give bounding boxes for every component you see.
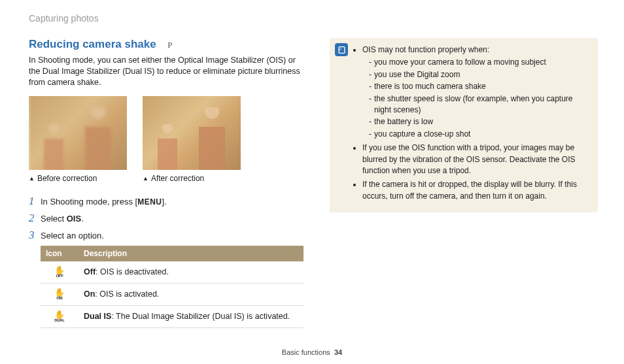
two-column-layout: Reducing camera shake P In Shooting mode… xyxy=(29,38,598,328)
note-subitem: you move your camera to follow a moving … xyxy=(369,57,590,68)
th-icon: Icon xyxy=(41,246,78,261)
before-block: ▲Before correction xyxy=(29,96,127,183)
step-text: In Shooting mode, press [MENU]. xyxy=(41,197,167,207)
ois-off-icon: ✋OFF xyxy=(41,261,78,284)
menu-button-label: MENU xyxy=(137,197,162,207)
after-caption-text: After correction xyxy=(151,174,204,183)
heading-row: Reducing camera shake P xyxy=(29,38,303,51)
triangle-icon: ▲ xyxy=(29,175,35,182)
before-caption: ▲Before correction xyxy=(29,174,127,183)
note-subitem: you capture a close-up shot xyxy=(369,129,590,140)
step-2: 2 Select OIS. xyxy=(29,212,303,225)
table-row: ✋DUAL Dual IS: The Dual Image Stabilizer… xyxy=(41,305,303,327)
row-description: On: OIS is activated. xyxy=(78,283,303,305)
row-description: Off: OIS is deactivated. xyxy=(78,261,303,284)
steps-list: 1 In Shooting mode, press [MENU]. 2 Sele… xyxy=(29,195,303,242)
triangle-icon: ▲ xyxy=(143,175,148,182)
step-3: 3 Select an option. xyxy=(29,229,303,242)
after-correction-image xyxy=(143,96,241,170)
step-number: 1 xyxy=(29,195,41,208)
step-text: Select OIS. xyxy=(41,214,84,223)
manual-page: Capturing photos Reducing camera shake P… xyxy=(0,0,624,364)
footer-section: Basic functions xyxy=(282,348,330,356)
page-number: 34 xyxy=(334,348,342,356)
row-description: Dual IS: The Dual Image Stabilizer (Dual… xyxy=(78,305,303,327)
note-subitem: the shutter speed is slow (for example, … xyxy=(369,93,590,116)
note-item: OIS may not function properly when: you … xyxy=(362,44,590,140)
step-number: 3 xyxy=(29,229,41,242)
table-row: ✋OFF Off: OIS is deactivated. xyxy=(41,261,303,284)
step-text: Select an option. xyxy=(41,231,104,240)
intro-text: In Shooting mode, you can set either the… xyxy=(29,55,303,88)
before-caption-text: Before correction xyxy=(37,174,97,183)
note-subitem: the battery is low xyxy=(369,116,590,127)
note-box: OIS may not function properly when: you … xyxy=(330,38,598,212)
after-caption: ▲After correction xyxy=(143,174,241,183)
example-images-row: ▲Before correction ▲After correction xyxy=(29,96,303,183)
section-heading: Reducing camera shake xyxy=(29,38,156,50)
note-item: If the camera is hit or dropped, the dis… xyxy=(362,179,590,202)
after-block: ▲After correction xyxy=(143,96,241,183)
note-list: OIS may not function properly when: you … xyxy=(355,44,590,202)
left-column: Reducing camera shake P In Shooting mode… xyxy=(29,38,303,328)
note-subitem: there is too much camera shake xyxy=(369,81,590,92)
breadcrumb: Capturing photos xyxy=(29,13,598,24)
table-row: ✋OIS On: OIS is activated. xyxy=(41,283,303,305)
note-icon xyxy=(335,43,348,56)
ois-on-icon: ✋OIS xyxy=(41,283,78,305)
step-1: 1 In Shooting mode, press [MENU]. xyxy=(29,195,303,208)
note-sublist: you move your camera to follow a moving … xyxy=(362,57,590,140)
options-table: Icon Description ✋OFF Off: OIS is deacti… xyxy=(41,246,303,328)
right-column: OIS may not function properly when: you … xyxy=(330,38,598,328)
ois-dual-icon: ✋DUAL xyxy=(41,305,78,327)
note-subitem: you use the Digital zoom xyxy=(369,69,590,80)
note-item: If you use the OIS function with a tripo… xyxy=(362,142,590,176)
before-correction-image xyxy=(29,96,127,170)
mode-tag: P xyxy=(167,40,172,50)
th-description: Description xyxy=(78,246,303,261)
step-number: 2 xyxy=(29,212,41,225)
page-footer: Basic functions 34 xyxy=(0,348,624,356)
